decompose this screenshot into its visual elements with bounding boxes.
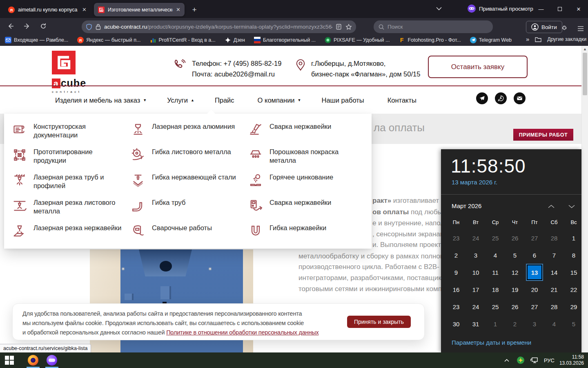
nav-item[interactable]: Контакты <box>388 96 419 104</box>
window-close-button[interactable]: ✕ <box>569 0 588 18</box>
calendar-day[interactable]: 19 <box>505 281 525 298</box>
nav-item[interactable]: Наши работы <box>321 96 367 104</box>
search-field[interactable]: Поиск <box>374 20 493 33</box>
calendar-day[interactable]: 2 <box>446 247 466 264</box>
service-menu-item[interactable]: Гибка нержавеющей стали <box>128 171 246 196</box>
work-examples-button[interactable]: ПРИМЕРЫ РАБОТ <box>513 129 573 141</box>
calendar-day[interactable]: 24 <box>466 229 486 247</box>
calendar-day[interactable]: 27 <box>525 229 544 247</box>
network-tray-icon[interactable] <box>530 356 539 365</box>
new-tab-button[interactable]: + <box>189 4 200 16</box>
taskbar-clock[interactable]: 11:58 13.03.2026 <box>559 354 584 366</box>
calendar-day[interactable]: 24 <box>466 298 486 315</box>
calendar-day[interactable]: 7 <box>544 247 564 264</box>
window-minimize-button[interactable]: — <box>532 0 550 18</box>
privacy-policy-link[interactable]: Политике в отношении обработки персональ… <box>166 329 318 336</box>
calendar-day[interactable]: 6 <box>525 247 544 264</box>
bookmark-item[interactable]: ProfiTCentR - Вход в а... <box>150 37 216 43</box>
bookmark-item[interactable]: Входящие — Рамбле... <box>5 37 68 43</box>
service-menu-item[interactable]: Сварочные работы <box>128 222 246 247</box>
taskbar-firefox-private[interactable] <box>42 352 61 368</box>
service-menu-item[interactable]: Конструкторская документации <box>10 120 128 146</box>
calendar-day[interactable]: 25 <box>486 229 505 247</box>
service-menu-item[interactable]: Лазерная резка алюминия <box>128 120 246 146</box>
service-menu-item[interactable]: Прототипирование продукции <box>10 146 128 171</box>
signin-button[interactable]: Войти <box>526 21 562 33</box>
forward-button[interactable] <box>20 20 33 33</box>
calendar-day[interactable]: 3 <box>466 247 486 264</box>
calendar-day[interactable]: 21 <box>544 281 564 298</box>
menu-hamburger-icon[interactable] <box>574 22 587 35</box>
calendar-day[interactable]: 8 <box>564 247 584 264</box>
tab-close-icon[interactable]: ✕ <box>176 7 180 13</box>
calendar-day[interactable]: 14 <box>544 264 564 281</box>
tab-close-icon[interactable]: ✕ <box>82 7 87 13</box>
site-logo[interactable]: аcube contract <box>52 51 93 94</box>
antivirus-tray-icon[interactable] <box>516 356 525 365</box>
service-menu-item[interactable]: Гибка листового металла <box>128 146 246 171</box>
whatsapp-button[interactable] <box>495 92 507 104</box>
nav-item[interactable]: Прайс <box>215 96 237 104</box>
calendar-day[interactable]: 16 <box>446 281 466 298</box>
extensions-icon[interactable] <box>558 22 571 35</box>
calendar-day[interactable]: 22 <box>564 281 584 298</box>
service-menu-item[interactable]: Лазерная резка труб и профилей <box>10 171 128 196</box>
calendar-day[interactable]: 25 <box>486 298 505 315</box>
calendar-day[interactable]: 18 <box>486 281 505 298</box>
browser-tab-inactive[interactable]: Я aimetall.ru куплю корпуса терм ✕ <box>4 3 91 16</box>
calendar-day[interactable]: 1 <box>486 315 505 332</box>
email-address[interactable]: Почта: acube2026@mail.ru <box>192 69 281 79</box>
calendar-next-icon[interactable] <box>568 203 575 211</box>
calendar-day[interactable]: 15 <box>564 264 584 281</box>
calendar-day[interactable]: 30 <box>446 315 466 332</box>
calendar-day[interactable]: 27 <box>525 298 544 315</box>
list-all-tabs-icon[interactable] <box>436 5 442 12</box>
service-menu-item[interactable]: Сварка нержавейки <box>246 120 364 146</box>
calendar-day[interactable]: 28 <box>544 229 564 247</box>
service-menu-item[interactable]: Горячее цинкование <box>246 171 364 196</box>
reload-button[interactable] <box>37 20 50 33</box>
other-bookmarks-label[interactable]: Другие закладки <box>547 36 586 42</box>
calendar-day[interactable]: 23 <box>446 298 466 315</box>
calendar-day[interactable]: 11 <box>486 264 505 281</box>
service-menu-item[interactable]: Порошковая покраска металла <box>246 146 364 171</box>
browser-tab-active[interactable]: Изготовление металлического ✕ <box>94 3 185 16</box>
request-button[interactable]: Оставить заявку <box>428 56 528 78</box>
nav-item[interactable]: Услуги ▲ <box>167 96 194 104</box>
window-maximize-button[interactable] <box>550 0 569 18</box>
bookmarks-overflow-chevron[interactable]: » <box>526 36 529 43</box>
calendar-day[interactable]: 5 <box>564 315 584 332</box>
bookmark-item[interactable]: PIXSAFE — Удобный ... <box>325 37 390 43</box>
calendar-day[interactable]: 13 <box>525 264 544 281</box>
calendar-day[interactable]: 9 <box>446 264 466 281</box>
back-button[interactable] <box>4 20 17 33</box>
calendar-day[interactable]: 17 <box>466 281 486 298</box>
calendar-day[interactable]: 1 <box>564 229 584 247</box>
calendar-prev-icon[interactable] <box>548 203 555 211</box>
service-menu-item[interactable]: Лазерная резка листового металла <box>10 196 128 222</box>
bookmark-item[interactable]: Я Яндекс — быстрый п... <box>77 37 140 43</box>
service-menu-item[interactable]: Сварка нержавейки <box>246 196 364 222</box>
bookmark-item[interactable]: F Fotohosting.Pro - Фот... <box>399 37 461 43</box>
nav-item[interactable]: О компании ▼ <box>258 96 301 104</box>
bookmark-item[interactable]: Telegram Web <box>470 37 512 43</box>
reader-view-icon[interactable] <box>336 24 342 30</box>
service-menu-item[interactable]: Лазерная резка нержавейки <box>10 222 128 247</box>
calendar-day[interactable]: 2 <box>505 315 525 332</box>
date-time-settings-link[interactable]: Параметры даты и времени <box>452 339 531 346</box>
calendar-day[interactable]: 3 <box>525 315 544 332</box>
calendar-day[interactable]: 29 <box>564 298 584 315</box>
calendar-day[interactable]: 26 <box>505 298 525 315</box>
calendar-day[interactable]: 4 <box>486 247 505 264</box>
calendar-day[interactable]: 28 <box>544 298 564 315</box>
email-button[interactable] <box>514 92 526 104</box>
calendar-day[interactable]: 31 <box>466 315 486 332</box>
bookmark-item[interactable]: Дзен <box>225 37 245 43</box>
taskbar-firefox[interactable] <box>24 352 42 368</box>
url-bar[interactable]: acube-contract.ru/product/korpusnye-izde… <box>82 20 356 33</box>
service-menu-item[interactable]: Гибка труб <box>128 196 246 222</box>
calendar-day[interactable]: 20 <box>525 281 544 298</box>
accept-cookies-button[interactable]: Принять и закрыть <box>347 316 411 328</box>
service-menu-item[interactable]: Гибка нержавейки <box>246 222 364 247</box>
bookmark-item[interactable]: Благотворительный ... <box>254 37 316 43</box>
